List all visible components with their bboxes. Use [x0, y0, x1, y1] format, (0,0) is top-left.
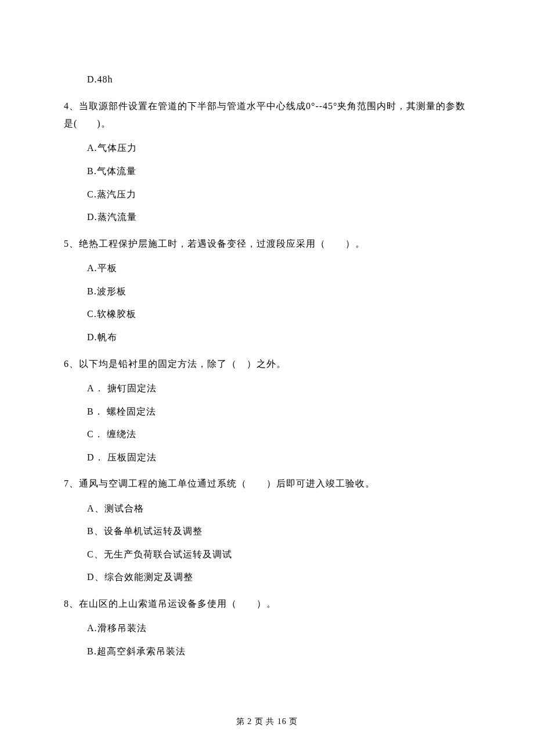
q5-option-a: A.平板 — [87, 261, 470, 276]
q5-number: 5、 — [64, 239, 79, 249]
q5-option-c: C.软橡胶板 — [87, 307, 470, 322]
q7-text: 通风与空调工程的施工单位通过系统（ ）后即可进入竣工验收。 — [79, 478, 375, 488]
q8-number: 8、 — [64, 599, 79, 609]
q4-option-a: A.气体压力 — [87, 141, 470, 156]
q6-number: 6、 — [64, 359, 79, 369]
q7-option-b: B、设备单机试运转及调整 — [87, 524, 470, 539]
q4-stem: 4、当取源部件设置在管道的下半部与管道水平中心线成0°--45°夹角范围内时，其… — [64, 98, 470, 133]
q7-stem: 7、通风与空调工程的施工单位通过系统（ ）后即可进入竣工验收。 — [64, 475, 470, 492]
q5-option-b: B.波形板 — [87, 284, 470, 299]
q8-text: 在山区的上山索道吊运设备多使用（ ）。 — [79, 599, 276, 609]
q8-option-b: B.超高空斜承索吊装法 — [87, 644, 470, 659]
q6-option-b: B． 螺栓固定法 — [87, 404, 470, 419]
q5-text: 绝热工程保护层施工时，若遇设备变径，过渡段应采用（ ）。 — [79, 239, 365, 249]
q3-option-d: D.48h — [87, 72, 470, 87]
q4-number: 4、 — [64, 101, 79, 111]
q6-stem: 6、以下均是铅衬里的固定方法，除了（ ）之外。 — [64, 355, 470, 373]
q7-option-a: A、测试合格 — [87, 501, 470, 516]
page-footer: 第 2 页 共 16 页 — [0, 715, 534, 728]
q5-stem: 5、绝热工程保护层施工时，若遇设备变径，过渡段应采用（ ）。 — [64, 235, 470, 253]
q5-option-d: D.帆布 — [87, 330, 470, 345]
q7-number: 7、 — [64, 478, 79, 488]
q6-option-d: D． 压板固定法 — [87, 450, 470, 465]
q4-option-d: D.蒸汽流量 — [87, 210, 470, 225]
q7-option-c: C、无生产负荷联合试运转及调试 — [87, 547, 470, 562]
q6-option-c: C． 缠绕法 — [87, 427, 470, 442]
q6-option-a: A． 搪钉固定法 — [87, 381, 470, 396]
q4-text: 当取源部件设置在管道的下半部与管道水平中心线成0°--45°夹角范围内时，其测量… — [64, 101, 466, 128]
q4-option-b: B.气体流量 — [87, 164, 470, 179]
q7-option-d: D、综合效能测定及调整 — [87, 570, 470, 585]
q8-option-a: A.滑移吊装法 — [87, 621, 470, 636]
q8-stem: 8、在山区的上山索道吊运设备多使用（ ）。 — [64, 595, 470, 613]
q4-option-c: C.蒸汽压力 — [87, 187, 470, 202]
q6-text: 以下均是铅衬里的固定方法，除了（ ）之外。 — [79, 359, 286, 369]
